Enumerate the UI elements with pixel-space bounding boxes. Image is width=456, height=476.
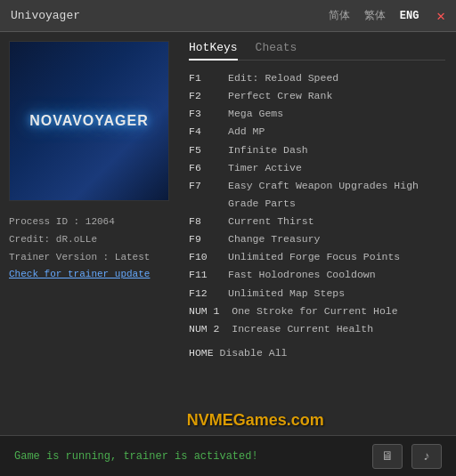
status-text: Game is running, trainer is activated! xyxy=(14,450,258,463)
info-section: Process ID : 12064 Credit: dR.oLLe Train… xyxy=(9,210,169,287)
process-id: Process ID : 12064 xyxy=(9,214,169,231)
hotkey-key: NUM 1 xyxy=(189,303,232,320)
hotkey-desc: Change Treasury xyxy=(228,230,321,248)
app-title: Univoyager xyxy=(11,9,325,22)
disable-all: HOME Disable All xyxy=(189,347,445,359)
logo-text: NOVAVOYAGER xyxy=(29,113,148,129)
hotkey-key: NUM 2 xyxy=(189,320,232,338)
credit-value: dR.oLLe xyxy=(56,234,97,245)
credit-label: Credit: xyxy=(9,234,50,245)
trainer-version: Trainer Version : Latest xyxy=(9,249,169,267)
hotkey-desc: Unlimited Map Steps xyxy=(228,285,345,303)
hotkey-desc: Add MP xyxy=(228,123,265,141)
home-key: HOME xyxy=(189,347,220,359)
hotkey-key: F5 xyxy=(189,141,228,159)
hotkey-item: F1 Edit: Reload Speed xyxy=(189,69,445,87)
hotkey-key: F12 xyxy=(189,285,228,303)
hotkey-key: F2 xyxy=(189,87,228,105)
hotkey-item: F6 Timer Active xyxy=(189,159,445,177)
hotkey-desc: Mega Gems xyxy=(228,105,283,123)
hotkeys-list: F1 Edit: Reload SpeedF2 Perfect Crew Ran… xyxy=(189,69,445,338)
hotkey-item: F8 Current Thirst xyxy=(189,213,445,230)
monitor-icon[interactable]: 🖥 xyxy=(372,444,403,469)
credit-info: Credit: dR.oLLe xyxy=(9,231,169,249)
right-panel: HotKeys Cheats F1 Edit: Reload SpeedF2 P… xyxy=(178,32,456,435)
hotkey-item: F10 Unlimited Forge Focus Points xyxy=(189,248,445,266)
music-icon[interactable]: ♪ xyxy=(411,444,442,469)
bottom-icons: 🖥 ♪ xyxy=(372,444,442,469)
hotkey-desc: Increase Current Health xyxy=(232,320,373,338)
hotkey-item: F4 Add MP xyxy=(189,123,445,141)
hotkey-item: F5 Infinite Dash xyxy=(189,141,445,159)
update-link[interactable]: Check for trainer update xyxy=(9,266,169,284)
left-panel: NOVAVOYAGER Process ID : 12064 Credit: d… xyxy=(0,32,178,435)
hotkey-desc: Fast Holodrones Cooldown xyxy=(228,266,376,284)
hotkey-item: F9 Change Treasury xyxy=(189,230,445,248)
game-logo: NOVAVOYAGER xyxy=(9,41,169,201)
hotkey-key: F7 xyxy=(189,177,228,213)
hotkey-desc: One Stroke for Current Hole xyxy=(232,303,397,320)
hotkey-key: F8 xyxy=(189,213,228,230)
hotkey-key: F6 xyxy=(189,159,228,177)
hotkey-desc: Edit: Reload Speed xyxy=(228,69,338,87)
lang-traditional[interactable]: 繁体 xyxy=(361,6,389,25)
title-bar: Univoyager 简体 繁体 ENG ✕ xyxy=(0,0,456,32)
hotkey-desc: Infinite Dash xyxy=(228,141,308,159)
main-content: NOVAVOYAGER Process ID : 12064 Credit: d… xyxy=(0,32,456,435)
hotkey-item: NUM 1 One Stroke for Current Hole xyxy=(189,303,445,320)
hotkey-desc: Current Thirst xyxy=(228,213,314,230)
hotkey-desc: Perfect Crew Rank xyxy=(228,87,332,105)
lang-simplified[interactable]: 简体 xyxy=(325,6,354,25)
lang-english[interactable]: ENG xyxy=(396,8,423,24)
hotkey-key: F4 xyxy=(189,123,228,141)
hotkey-item: F7 Easy Craft Weapon Upgrades High Grade… xyxy=(189,177,445,213)
hotkey-key: F10 xyxy=(189,248,228,266)
tab-hotkeys[interactable]: HotKeys xyxy=(189,39,238,61)
hotkey-item: F11 Fast Holodrones Cooldown xyxy=(189,266,445,284)
hotkey-key: F3 xyxy=(189,105,228,123)
close-button[interactable]: ✕ xyxy=(436,7,445,25)
hotkey-key: F9 xyxy=(189,230,228,248)
bottom-bar: Game is running, trainer is activated! 🖥… xyxy=(0,435,456,476)
hotkey-item: F12 Unlimited Map Steps xyxy=(189,285,445,303)
hotkey-item: F2 Perfect Crew Rank xyxy=(189,87,445,105)
hotkey-item: NUM 2 Increase Current Health xyxy=(189,320,445,338)
tabs-container: HotKeys Cheats xyxy=(189,39,445,61)
disable-all-desc: Disable All xyxy=(220,347,288,359)
hotkey-item: F3 Mega Gems xyxy=(189,105,445,123)
hotkey-key: F1 xyxy=(189,69,228,87)
hotkey-desc: Unlimited Forge Focus Points xyxy=(228,248,400,266)
hotkey-key: F11 xyxy=(189,266,228,284)
language-buttons: 简体 繁体 ENG ✕ xyxy=(325,6,445,25)
hotkey-desc: Timer Active xyxy=(228,159,302,177)
hotkey-desc: Easy Craft Weapon Upgrades High Grade Pa… xyxy=(228,177,445,213)
tab-cheats[interactable]: Cheats xyxy=(256,39,297,56)
